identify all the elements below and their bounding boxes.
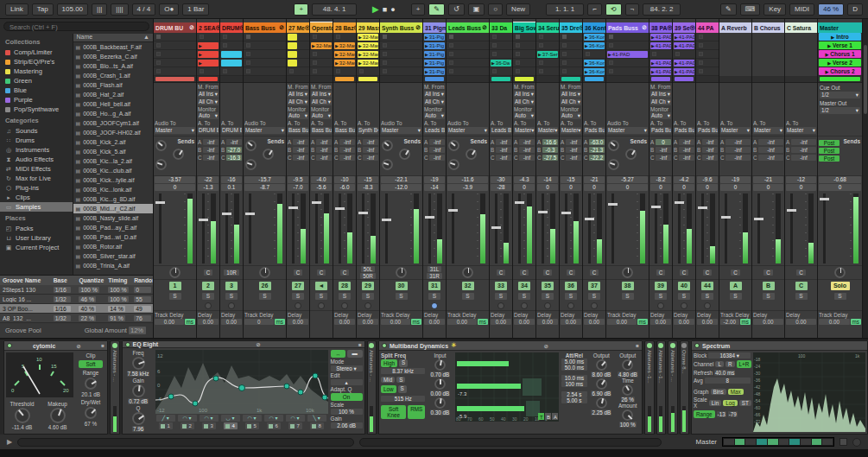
clip-slot[interactable] xyxy=(606,33,649,41)
vertical-scrollbar[interactable] xyxy=(863,19,868,338)
mid-solo[interactable]: S xyxy=(396,377,405,383)
io-value[interactable]: DRUM B▾ xyxy=(198,127,219,134)
io-value[interactable]: Pads Bu▾ xyxy=(697,127,718,134)
sample-file-row[interactable]: ▤000B_Kic...g_8D.aif xyxy=(73,194,153,204)
play-button[interactable]: ▶ xyxy=(372,4,379,14)
collection-item[interactable]: Strip/EQ/Pre's xyxy=(0,57,73,67)
pan-knob[interactable] xyxy=(259,267,270,278)
clip-slot[interactable]: ▶31-Pig xyxy=(423,67,446,76)
volume-value[interactable]: -5.27 xyxy=(607,176,648,183)
clip-slot[interactable] xyxy=(310,67,333,76)
track-delay-value[interactable]: 0.00 xyxy=(819,319,850,325)
groove-random-value[interactable]: 0 xyxy=(134,287,153,293)
post-toggle[interactable]: Post xyxy=(819,156,839,162)
fader-track[interactable] xyxy=(292,194,295,263)
arm-button[interactable] xyxy=(497,302,504,309)
collapsed-device-rack[interactable]: Abletunes - ... xyxy=(668,340,678,435)
sample-file-row[interactable]: ▤000B_Nasty_slide.aif xyxy=(73,213,153,223)
clip-slot[interactable] xyxy=(287,50,309,59)
clip-slot[interactable]: ▶41-PAD xyxy=(649,41,672,50)
eq-band-toggle[interactable]: 7 xyxy=(288,422,302,429)
track-header[interactable]: 35 Dre◎ xyxy=(560,22,582,33)
arm-button[interactable] xyxy=(544,302,551,309)
volume-value[interactable]: -21 xyxy=(584,176,605,183)
pan-value[interactable]: 0 xyxy=(537,184,558,191)
clip-slot[interactable]: ▶36-Da C xyxy=(490,59,512,67)
channel-l[interactable]: L xyxy=(715,361,724,367)
clip[interactable]: ▶31-Pig xyxy=(424,42,445,49)
track-header[interactable]: Pads Buss⊘ xyxy=(606,22,649,33)
pan-knob[interactable] xyxy=(622,267,633,278)
clip[interactable]: ▶36-Kon xyxy=(584,60,605,67)
session-overview-strip[interactable] xyxy=(722,437,834,447)
io-value[interactable]: All Ins▾ xyxy=(288,91,308,98)
clip[interactable]: ▶41-PAD xyxy=(650,34,671,41)
groove-row[interactable]: Logic 16 ...1/3246 %100 %55 xyxy=(0,295,153,304)
io-value[interactable]: Auto▾ xyxy=(288,112,308,119)
collection-item[interactable]: Pop/Synthwave xyxy=(0,105,73,114)
amount-value[interactable]: 100 % xyxy=(619,422,637,428)
sample-file-row[interactable]: ▤000B_Kick_5.aif xyxy=(73,147,153,156)
io-value[interactable]: All Ins▾ xyxy=(650,91,671,98)
device-on-toggle[interactable] xyxy=(694,343,700,348)
send-c-value[interactable]: -inf xyxy=(566,155,581,161)
fader-track[interactable] xyxy=(428,194,431,263)
send-a-value[interactable]: -inf xyxy=(725,139,751,145)
sample-file-row[interactable]: ▤000B_Rotor.aif xyxy=(73,242,153,251)
track-delay-value[interactable]: 0.00 xyxy=(561,319,581,325)
sample-file-row[interactable]: ▤000B_Hell_bell.aif xyxy=(73,99,153,109)
volume-value[interactable]: -0.68 xyxy=(819,176,861,183)
drywet-knob[interactable] xyxy=(85,407,97,419)
sidebar-item-clips[interactable]: ▸Clips xyxy=(0,193,73,202)
empty-clip-slot[interactable] xyxy=(516,43,520,48)
clip[interactable]: ▶31-Pig xyxy=(424,51,445,58)
pan-value[interactable]: 0 xyxy=(650,184,671,191)
track-activator[interactable]: 44 xyxy=(701,282,713,290)
pan-value[interactable]: 0 xyxy=(720,184,751,191)
clip-slot[interactable]: ▶32-Mas xyxy=(333,59,356,67)
pan-value[interactable]: 0 xyxy=(155,184,195,191)
track-header[interactable]: 33 Da xyxy=(490,22,512,33)
clip-slot[interactable]: ▶36-Kon xyxy=(583,59,605,67)
io-value[interactable]: All Ch▾ xyxy=(561,98,581,105)
clip-slot[interactable]: ▶ xyxy=(197,50,219,59)
send-a-value[interactable]: -inf xyxy=(679,139,694,145)
scene-slot[interactable]: ▶Verse 2 xyxy=(818,59,862,67)
pan-value[interactable]: -6.0 xyxy=(334,184,355,191)
clip-slot[interactable] xyxy=(696,33,719,41)
send-b-value[interactable]: -27.0 xyxy=(226,147,242,153)
clip-slot[interactable] xyxy=(154,59,196,67)
empty-clip-slot[interactable] xyxy=(675,52,680,56)
sidebar-item-audio-effects[interactable]: ⧗Audio Effects xyxy=(0,155,73,164)
empty-clip-slot[interactable] xyxy=(313,60,317,65)
master-out-select[interactable]: 1/2▾ xyxy=(820,107,860,114)
empty-clip-slot[interactable] xyxy=(699,69,703,73)
overdub-button[interactable]: + xyxy=(411,3,426,16)
clip-slot[interactable] xyxy=(447,67,489,76)
empty-clip-slot[interactable] xyxy=(200,35,204,39)
clip-slot[interactable] xyxy=(560,33,582,41)
input-high-knob[interactable] xyxy=(434,359,446,371)
eq-left-toggle[interactable]: ↔ xyxy=(331,350,345,358)
send-b-value[interactable]: -inf xyxy=(496,147,511,153)
clip[interactable] xyxy=(221,51,242,58)
clip[interactable]: ▶32-Mas xyxy=(334,42,355,49)
send-c-value[interactable]: -inf xyxy=(656,155,671,161)
send-c-value[interactable]: -inf xyxy=(702,155,718,161)
io-value[interactable]: Bass Bu▾ xyxy=(311,127,332,134)
pan-chip[interactable]: C xyxy=(497,270,506,276)
draw-mode-button[interactable]: ✎ xyxy=(720,3,737,16)
empty-clip-slot[interactable] xyxy=(562,69,567,73)
solo-button[interactable]: S xyxy=(202,293,214,300)
io-value[interactable]: Master▾ xyxy=(514,127,535,134)
new-button[interactable]: New xyxy=(506,3,530,16)
output-high-knob[interactable] xyxy=(596,359,607,371)
track-delay-value[interactable]: 0.00 xyxy=(674,319,694,325)
output-low-value[interactable]: 2.25 dB xyxy=(591,409,611,416)
track-header[interactable]: 38 PA◎ xyxy=(649,22,672,33)
track-header-badge-icon[interactable]: ⊘ xyxy=(642,24,647,31)
nudge-up-button[interactable]: |||| xyxy=(111,3,128,16)
track-header[interactable]: 27 Me◎ xyxy=(287,22,309,33)
sidebar-item-instruments[interactable]: ◎Instruments xyxy=(0,145,73,155)
empty-clip-slot[interactable] xyxy=(156,69,161,73)
